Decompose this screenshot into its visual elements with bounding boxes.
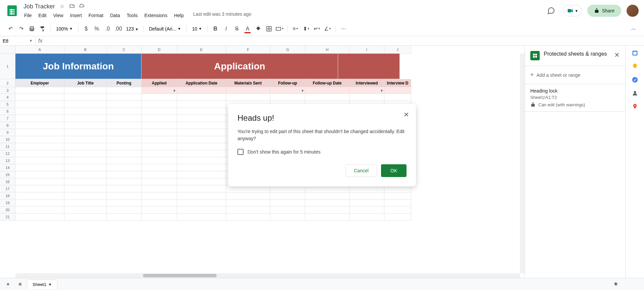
ok-button[interactable]: OK [381, 164, 407, 177]
cancel-button[interactable]: Cancel [345, 164, 377, 177]
dont-show-checkbox[interactable] [237, 149, 244, 155]
modal-body-text: You're trying to edit part of this sheet… [237, 128, 407, 142]
modal-title: Heads up! [237, 113, 407, 123]
modal-overlay: Heads up! ✕ You're trying to edit part o… [0, 0, 644, 290]
heads-up-modal: Heads up! ✕ You're trying to edit part o… [228, 104, 416, 186]
checkbox-label: Don't show this again for 5 minutes [248, 149, 320, 155]
modal-close-button[interactable]: ✕ [404, 111, 409, 119]
